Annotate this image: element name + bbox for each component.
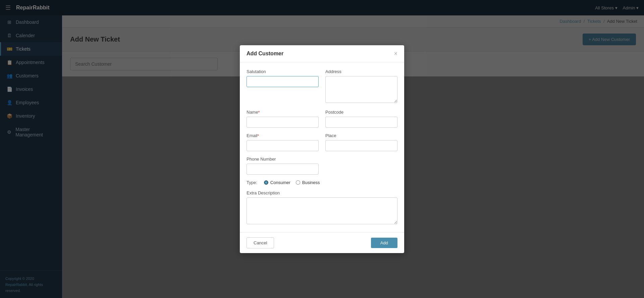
phone-input[interactable] (247, 164, 319, 175)
type-consumer-radio[interactable] (264, 180, 268, 185)
name-input[interactable] (247, 117, 319, 128)
form-group-postcode: Postcode (325, 110, 397, 128)
modal-header: Add Customer × (240, 45, 404, 62)
form-group-extra-desc: Extra Description (247, 190, 397, 226)
postcode-label: Postcode (325, 110, 397, 115)
extra-desc-input[interactable] (247, 197, 397, 224)
modal-body: Salutation Address Name* Postcode (240, 62, 404, 232)
form-group-name: Name* (247, 110, 319, 128)
phone-label: Phone Number (247, 157, 319, 162)
form-group-email: Email* (247, 133, 319, 151)
type-business-radio[interactable] (296, 180, 300, 185)
address-input[interactable] (325, 76, 397, 103)
form-row-salutation-address: Salutation Address (247, 69, 397, 104)
form-group-placeholder (325, 157, 397, 175)
salutation-input[interactable] (247, 76, 319, 87)
add-customer-modal: Add Customer × Salutation Address Nam (240, 45, 404, 253)
form-row-email-place: Email* Place (247, 133, 397, 151)
extra-desc-label: Extra Description (247, 190, 397, 195)
form-group-place: Place (325, 133, 397, 151)
modal-close-button[interactable]: × (394, 51, 397, 57)
email-required: * (258, 134, 259, 138)
place-label: Place (325, 133, 397, 138)
form-group-salutation: Salutation (247, 69, 319, 104)
cancel-button[interactable]: Cancel (247, 237, 274, 248)
form-group-phone: Phone Number (247, 157, 319, 175)
type-business-label: Business (302, 180, 320, 185)
modal-overlay: Add Customer × Salutation Address Nam (0, 0, 644, 298)
email-label: Email* (247, 133, 319, 138)
type-business-group[interactable]: Business (296, 180, 320, 185)
modal-title: Add Customer (247, 51, 283, 57)
form-group-address: Address (325, 69, 397, 104)
postcode-input[interactable] (325, 117, 397, 128)
add-button[interactable]: Add (371, 238, 397, 248)
salutation-label: Salutation (247, 69, 319, 74)
form-row-phone: Phone Number (247, 157, 397, 175)
name-label: Name* (247, 110, 319, 115)
address-label: Address (325, 69, 397, 74)
modal-footer: Cancel Add (240, 232, 404, 253)
place-input[interactable] (325, 140, 397, 151)
name-required: * (258, 110, 260, 114)
type-consumer-label: Consumer (270, 180, 290, 185)
type-row: Type: Consumer Business (247, 180, 397, 185)
type-consumer-group[interactable]: Consumer (264, 180, 290, 185)
type-label: Type: (247, 180, 257, 185)
form-row-name-postcode: Name* Postcode (247, 110, 397, 128)
email-input[interactable] (247, 140, 319, 151)
